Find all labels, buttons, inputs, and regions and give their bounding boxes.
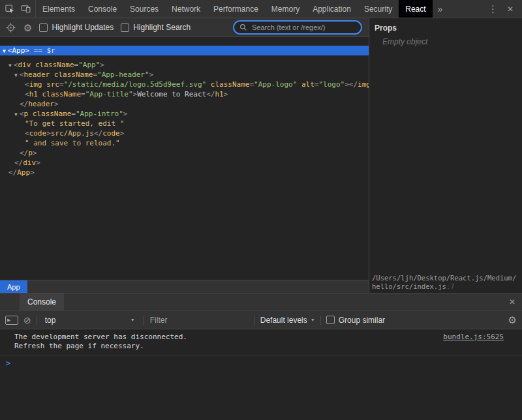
- tree-row-selected[interactable]: ▼<App> == $r: [0, 46, 369, 55]
- highlight-search-checkbox[interactable]: Highlight Search: [121, 23, 191, 32]
- tab-memory[interactable]: Memory: [265, 0, 306, 18]
- tab-security[interactable]: Security: [358, 0, 399, 18]
- console-prompt[interactable]: >: [0, 355, 522, 368]
- main-area: ⚙ Highlight Updates Highlight Search: [0, 18, 522, 293]
- breadcrumb: App: [0, 280, 369, 293]
- tree-row[interactable]: </div>: [0, 158, 369, 168]
- tree-row[interactable]: " and save to reload.": [0, 138, 369, 148]
- sidebar-triangle-icon: ▶: [7, 318, 10, 322]
- devtools-close-icon[interactable]: ✕: [502, 5, 518, 14]
- top-bar-right: ⋮ ✕: [484, 0, 522, 18]
- group-similar-checkbox[interactable]: Group similar: [326, 316, 385, 325]
- console-drawer: Console ✕ ▶ ⊘ top ▼ Default levels ▼: [0, 293, 522, 420]
- separator: [143, 316, 144, 325]
- source-line-number: :7: [446, 282, 455, 290]
- devtools-window: ElementsConsoleSourcesNetworkPerformance…: [0, 0, 522, 420]
- prompt-chevron-icon: >: [6, 359, 10, 368]
- source-path-line2: hello/src/index.js: [372, 282, 446, 290]
- props-panel: Props Empty object /Users/ljh/Desktop/Re…: [369, 18, 522, 293]
- console-toolbar: ▶ ⊘ top ▼ Default levels ▼ Group similar…: [0, 310, 522, 329]
- console-filter-input[interactable]: [149, 315, 249, 325]
- tab-network[interactable]: Network: [165, 0, 207, 18]
- search-icon: [239, 23, 247, 31]
- react-settings-gear-icon[interactable]: ⚙: [23, 23, 32, 33]
- tree-row[interactable]: <img src="/static/media/logo.5d5d9eef.sv…: [0, 80, 369, 89]
- props-empty-text: Empty object: [382, 37, 518, 46]
- react-tree: ▼<App> == $r▼<div className="App">▼<head…: [0, 37, 369, 280]
- context-selected-value: top: [45, 316, 56, 325]
- tree-row[interactable]: ▼<header className="App-header">: [0, 70, 369, 80]
- tree-row[interactable]: <h1 className="App-title">Welcome to Rea…: [0, 89, 369, 99]
- javascript-context-select[interactable]: top ▼: [42, 316, 138, 325]
- highlight-updates-checkbox[interactable]: Highlight Updates: [39, 23, 114, 32]
- log-levels-select[interactable]: Default levels ▼: [260, 316, 315, 325]
- separator: [37, 316, 37, 325]
- separator: [320, 316, 321, 325]
- top-bar: ElementsConsoleSourcesNetworkPerformance…: [0, 0, 522, 18]
- log-levels-label: Default levels: [260, 316, 307, 325]
- tree-row[interactable]: </p>: [0, 148, 369, 158]
- chevron-down-icon: ▼: [130, 318, 135, 322]
- highlight-updates-label: Highlight Updates: [52, 23, 114, 32]
- console-message-text: The development server has disconnected.…: [14, 333, 187, 351]
- group-similar-label: Group similar: [339, 316, 385, 325]
- react-search-input[interactable]: [251, 23, 356, 32]
- tree-row[interactable]: ▼<div className="App">: [0, 60, 369, 70]
- chevron-down-icon: ▼: [311, 318, 315, 322]
- drawer-tabbar: Console ✕: [0, 293, 522, 310]
- checkbox-box: [39, 23, 48, 32]
- console-message-source-link[interactable]: bundle.js:5625: [443, 333, 504, 342]
- console-settings-gear-icon[interactable]: ⚙: [508, 315, 517, 325]
- separator: [254, 316, 255, 325]
- tab-elements[interactable]: Elements: [36, 0, 82, 18]
- source-path-line1: /Users/ljh/Desktop/React.js/Medium/: [372, 274, 521, 282]
- tree-row[interactable]: "To get started, edit ": [0, 119, 369, 128]
- tab-performance[interactable]: Performance: [207, 0, 265, 18]
- tab-application[interactable]: Application: [306, 0, 358, 18]
- tab-console[interactable]: Console: [82, 0, 123, 18]
- clear-console-icon[interactable]: ⊘: [23, 316, 31, 325]
- highlight-search-label: Highlight Search: [133, 23, 191, 32]
- console-message: The development server has disconnected.…: [0, 329, 522, 355]
- tree-row[interactable]: </App>: [0, 168, 369, 177]
- props-title: Props: [375, 23, 518, 33]
- react-inspect-target-icon[interactable]: [5, 22, 16, 33]
- checkbox-box: [326, 316, 335, 324]
- source-path-link[interactable]: /Users/ljh/Desktop/React.js/Medium/ hell…: [372, 274, 521, 291]
- more-panels-icon[interactable]: »: [433, 0, 448, 18]
- devtools-menu-icon[interactable]: ⋮: [484, 3, 502, 15]
- drawer-close-icon[interactable]: ✕: [502, 293, 522, 310]
- console-messages: The development server has disconnected.…: [0, 329, 522, 355]
- device-toolbar-icon[interactable]: [20, 3, 31, 14]
- tab-console-drawer[interactable]: Console: [20, 293, 64, 310]
- console-sidebar-icon[interactable]: ▶: [5, 316, 18, 325]
- breadcrumb-item-app[interactable]: App: [0, 280, 27, 293]
- tree-row[interactable]: </header>: [0, 99, 369, 109]
- panel-tabs: ElementsConsoleSourcesNetworkPerformance…: [36, 0, 433, 18]
- tree-row[interactable]: ▼<p className="App-intro">: [0, 109, 369, 119]
- top-bar-icons: [0, 0, 35, 18]
- tab-sources[interactable]: Sources: [123, 0, 165, 18]
- tree-row[interactable]: <code>src/App.js</code>: [0, 128, 369, 138]
- react-panel-left: ⚙ Highlight Updates Highlight Search: [0, 18, 369, 293]
- console-body: The development server has disconnected.…: [0, 329, 522, 420]
- tab-react[interactable]: React: [399, 0, 432, 18]
- react-toolbar: ⚙ Highlight Updates Highlight Search: [0, 18, 369, 37]
- checkbox-box: [121, 23, 129, 32]
- inspect-element-icon[interactable]: [4, 3, 15, 14]
- react-search-box[interactable]: [233, 20, 362, 35]
